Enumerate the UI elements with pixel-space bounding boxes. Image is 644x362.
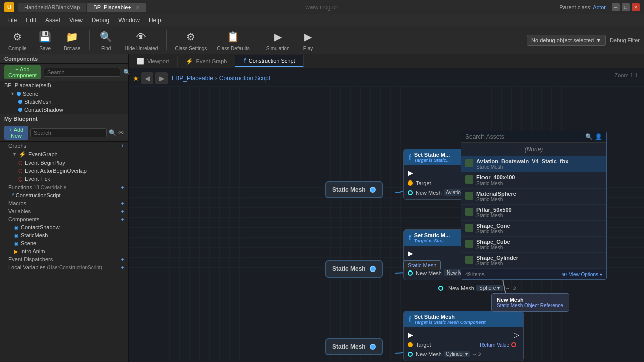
my-blueprint-title[interactable]: My Blueprint (0, 114, 128, 124)
static-mesh-node-3[interactable]: Static Mesh (325, 338, 383, 355)
dropdown-item-0[interactable]: Aviation_Boatswain_V4_Static_fbx Static … (461, 156, 606, 172)
menu-debug[interactable]: Debug (88, 16, 113, 25)
functions-add-icon[interactable]: + (121, 184, 124, 190)
menu-help[interactable]: Help (145, 16, 166, 25)
bp-static-mesh-item[interactable]: ◉ StaticMesh (0, 231, 128, 239)
menu-file[interactable]: File (3, 16, 21, 25)
bp-intro-anim-item[interactable]: ▶ Intro Anim (0, 247, 128, 255)
browse-button[interactable]: 📁 Browse (60, 27, 85, 53)
set-static-3-new-mesh-pin[interactable]: New Mesh Cylinder ▾ ↔ ⊙ (404, 349, 523, 359)
zoom-indicator: Zoom 1:1 (615, 72, 638, 78)
tab-event-graph[interactable]: ⚡ Event Graph (178, 56, 236, 67)
dropdown-item-5[interactable]: Shape_Cube Static Mesh (461, 237, 606, 253)
add-component-button[interactable]: + Add Component (4, 65, 41, 79)
watermark: www.rrcg.cn (305, 4, 338, 11)
class-defaults-button[interactable]: 📋 Class Defaults (213, 27, 253, 53)
simulation-button[interactable]: ▶ Simulation (262, 27, 294, 53)
save-button[interactable]: 💾 Save (33, 27, 58, 53)
sm-node-2-out-pin[interactable] (370, 266, 376, 272)
view-options-button[interactable]: 👁 View Options ▾ (562, 272, 602, 277)
find-button[interactable]: 🔍 Find (94, 27, 119, 53)
menu-window[interactable]: Window (114, 16, 144, 25)
class-settings-button[interactable]: ⚙ Class Settings (171, 27, 211, 53)
static-mesh-node-2[interactable]: Static Mesh (325, 260, 383, 278)
bp-components-add-icon[interactable]: + (121, 216, 124, 222)
menu-view[interactable]: View (65, 16, 87, 25)
component-contact-shadow[interactable]: ContactShadow (0, 106, 128, 114)
contact-shadow-label: ContactShadow (24, 107, 63, 113)
static-mesh-node-1[interactable]: Static Mesh (325, 181, 383, 198)
menu-asset[interactable]: Asset (41, 16, 64, 25)
functions-section[interactable]: Functions 18 Overridable + (0, 183, 128, 191)
exec-in-2-icon: ▶ (408, 249, 413, 257)
sphere-dropdown[interactable]: Sphere ▾ (476, 285, 503, 291)
event-dispatchers-section[interactable]: Event Dispatchers + (0, 255, 128, 263)
macros-section[interactable]: Macros + (0, 199, 128, 207)
set-static-node-3[interactable]: f Set Static Mesh Target is Static Mesh … (403, 311, 524, 361)
dropdown-item-2[interactable]: MaterialSphere Static Mesh (461, 189, 606, 205)
component-search-input[interactable] (44, 68, 120, 77)
graphs-add-icon[interactable]: + (121, 143, 124, 149)
breadcrumb-sep: › (215, 75, 217, 82)
event-tick-item[interactable]: ⬡ Event Tick (0, 175, 128, 183)
tab-viewport[interactable]: ⬜ Viewport (129, 56, 178, 67)
component-static-mesh[interactable]: StaticMesh (0, 98, 128, 106)
component-scene[interactable]: ▼ Scene (0, 89, 128, 98)
back-button[interactable]: ◀ (141, 72, 153, 84)
dropdown-item-3[interactable]: Pillar_50x500 Static Mesh (461, 205, 606, 221)
set-static-1-func-icon: f (409, 153, 411, 161)
event-begin-play-item[interactable]: ⬡ Event BeginPlay (0, 159, 128, 167)
graphs-section[interactable]: Graphs + (0, 142, 128, 150)
pin-connect-icon[interactable]: ↔ (472, 351, 477, 357)
construction-script-item[interactable]: f ConstructionScript (0, 191, 128, 199)
tab-handheld[interactable]: HandheldARBlankMap (18, 3, 86, 12)
bp-search-input[interactable] (30, 128, 107, 137)
local-variables-section[interactable]: Local Variables (UserConstructionScript)… (0, 263, 128, 272)
hide-unrelated-button[interactable]: 👁 Hide Unrelated (121, 27, 163, 53)
add-new-button[interactable]: + Add New (4, 126, 28, 140)
dropdown-item-1[interactable]: Floor_400x400 Static Mesh (461, 172, 606, 189)
variables-add-icon[interactable]: + (121, 208, 124, 214)
debug-dropdown-icon: ▼ (596, 37, 601, 43)
maximize-button[interactable]: □ (622, 3, 630, 11)
dispatchers-add-icon[interactable]: + (121, 256, 124, 262)
sphere-reset-icon[interactable]: ⊙ (512, 285, 516, 291)
forward-button[interactable]: ▶ (155, 72, 168, 84)
asset-search-input[interactable] (465, 133, 585, 140)
sphere-connect-icon[interactable]: ↔ (505, 285, 510, 291)
variables-section[interactable]: Variables + (0, 207, 128, 215)
new-mesh-value-cylinder[interactable]: Cylinder ▾ (444, 351, 470, 357)
tab-bp-placeable[interactable]: BP_Placeable+ ✕ (87, 3, 146, 12)
event-actor-overlap-item[interactable]: ⬡ Event ActorBeginOverlap (0, 167, 128, 175)
event-graph-item[interactable]: ▼ ⚡ EventGraph (0, 150, 128, 159)
dropdown-item-4[interactable]: Shape_Cone Static Mesh (461, 221, 606, 237)
minimize-button[interactable]: ─ (612, 3, 620, 11)
set-static-3-exec[interactable]: ▶ ▷ (404, 329, 523, 340)
debug-selector[interactable]: No debug object selected ▼ (527, 35, 606, 46)
menu-edit[interactable]: Edit (22, 16, 40, 25)
close-button[interactable]: ✕ (632, 3, 640, 11)
bp-scene-item[interactable]: ◉ Scene (0, 239, 128, 247)
dropdown-item-6[interactable]: Shape_Cylinder Static Mesh (461, 253, 606, 269)
breadcrumb-bp[interactable]: BP_Placeable (175, 75, 213, 82)
dropdown-none-option[interactable]: (None) (461, 143, 606, 156)
bp-components-section[interactable]: Components + (0, 215, 128, 223)
macros-add-icon[interactable]: + (121, 200, 124, 206)
local-vars-add-icon[interactable]: + (121, 264, 124, 270)
bp-visibility-icon[interactable]: 👁 (118, 129, 124, 136)
sm-node-3-out-pin[interactable] (370, 344, 376, 350)
set-static-3-body: ▶ ▷ Target Return Value New Mesh Cylinde… (404, 327, 523, 361)
set-static-3-target-pin[interactable]: Target Return Value (404, 340, 523, 349)
breadcrumb-script[interactable]: Construction Script (219, 75, 270, 82)
play-button[interactable]: ▶ Play (296, 27, 321, 53)
sm-node-1-out-pin[interactable] (370, 187, 376, 193)
pin-reset-icon[interactable]: ⊙ (477, 351, 481, 357)
component-self[interactable]: BP_Placeable(self) (0, 81, 128, 89)
tab-close-icon[interactable]: ✕ (136, 5, 140, 10)
compile-button[interactable]: ⚙ Compile (4, 27, 31, 53)
tab-construction-script[interactable]: f Construction Script (235, 55, 303, 67)
asset-dropdown[interactable]: 🔍 👤 (None) Aviation_Boatswain_V4_Static_… (461, 131, 607, 280)
bp-contact-shadow-item[interactable]: ◉ ContactShadow (0, 223, 128, 231)
star-icon[interactable]: ★ (133, 74, 139, 82)
canvas-area[interactable]: ⬜ Viewport ⚡ Event Graph f Construction … (129, 54, 644, 362)
